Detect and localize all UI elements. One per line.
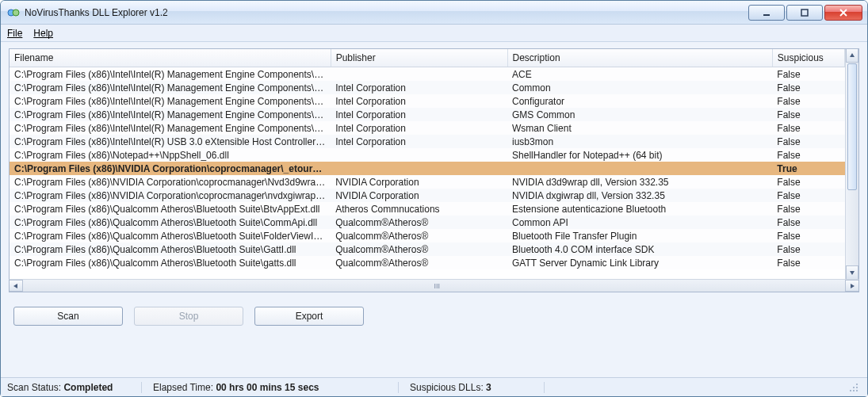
table-row[interactable]: C:\Program Files (x86)\Qualcomm Atheros\…: [10, 242, 845, 256]
column-headers: Filename Publisher Description Suspiciou…: [10, 49, 845, 67]
cell-filename: C:\Program Files (x86)\Qualcomm Atheros\…: [10, 216, 331, 229]
cell-description: GMS Common: [507, 108, 772, 121]
cell-description: Estensione autenticazione Bluetooth: [507, 202, 772, 216]
cell-description: Wsman Client: [507, 121, 772, 135]
cell-filename: C:\Program Files (x86)\NVIDIA Corporatio…: [10, 175, 331, 189]
table-row[interactable]: C:\Program Files (x86)\Intel\Intel(R) Ma…: [10, 67, 845, 82]
status-suspicious: Suspicious DLLs: 3: [410, 382, 545, 393]
table-row[interactable]: C:\Program Files (x86)\Qualcomm Atheros\…: [10, 202, 845, 216]
menu-file[interactable]: File: [7, 28, 22, 39]
cell-description: Bluetooth 4.0 COM interface SDK: [507, 242, 772, 256]
statusbar: Scan Status: Completed Elapsed Time: 00 …: [1, 377, 867, 396]
cell-publisher: Intel Corporation: [331, 81, 507, 94]
minimize-button[interactable]: [748, 5, 785, 21]
table-row[interactable]: C:\Program Files (x86)\Notepad++\NppShel…: [10, 148, 845, 162]
cell-publisher: Intel Corporation: [331, 135, 507, 148]
cell-description: ShellHandler for Notepad++ (64 bit): [507, 148, 772, 162]
cell-description: GATT Server Dynamic Link Library: [507, 256, 772, 269]
cell-filename: C:\Program Files (x86)\Notepad++\NppShel…: [10, 148, 331, 162]
status-suspicious-label: Suspicious DLLs:: [410, 382, 484, 393]
cell-publisher: Qualcomm®Atheros®: [331, 242, 507, 256]
table-row[interactable]: C:\Program Files (x86)\NVIDIA Corporatio…: [10, 189, 845, 202]
svg-rect-3: [801, 10, 808, 16]
table-row[interactable]: C:\Program Files (x86)\Qualcomm Atheros\…: [10, 256, 845, 269]
export-button[interactable]: Export: [254, 307, 364, 326]
cell-filename: C:\Program Files (x86)\Qualcomm Atheros\…: [10, 256, 331, 269]
status-scan: Scan Status: Completed: [7, 382, 142, 393]
cell-suspicious: False: [772, 148, 844, 162]
svg-rect-9: [856, 390, 858, 391]
window-controls: [747, 5, 862, 21]
cell-publisher: NVIDIA Corporation: [331, 189, 507, 202]
app-window: NoVirusThanks DLL Explorer v1.2 File Hel…: [0, 0, 868, 397]
table-row[interactable]: C:\Program Files (x86)\Qualcomm Atheros\…: [10, 229, 845, 242]
status-suspicious-value: 3: [486, 382, 491, 393]
cell-suspicious: False: [772, 135, 844, 148]
scan-button[interactable]: Scan: [13, 307, 123, 326]
close-button[interactable]: [824, 5, 862, 21]
action-buttons: Scan Stop Export: [9, 292, 859, 324]
table-row[interactable]: C:\Program Files (x86)\Intel\Intel(R) Ma…: [10, 108, 845, 121]
table-row[interactable]: C:\Program Files (x86)\NVIDIA Corporatio…: [10, 162, 845, 175]
svg-rect-7: [850, 390, 851, 391]
table-row[interactable]: C:\Program Files (x86)\Intel\Intel(R) US…: [10, 135, 845, 148]
stop-button[interactable]: Stop: [134, 307, 243, 326]
cell-description: NVIDIA d3d9wrap dll, Version 332.35: [507, 175, 772, 189]
col-publisher[interactable]: Publisher: [331, 49, 507, 67]
cell-suspicious: False: [772, 229, 844, 242]
cell-publisher: Intel Corporation: [331, 121, 507, 135]
cell-filename: C:\Program Files (x86)\Intel\Intel(R) Ma…: [10, 108, 331, 121]
cell-description: Common API: [507, 216, 772, 229]
scroll-right-button[interactable]: [845, 280, 858, 292]
status-elapsed-label: Elapsed Time:: [153, 382, 213, 393]
cell-description: iusb3mon: [507, 135, 772, 148]
col-suspicious[interactable]: Suspicious: [772, 49, 844, 67]
table-row[interactable]: C:\Program Files (x86)\Qualcomm Atheros\…: [10, 216, 845, 229]
cell-suspicious: False: [772, 242, 844, 256]
table-row[interactable]: C:\Program Files (x86)\NVIDIA Corporatio…: [10, 175, 845, 189]
status-elapsed: Elapsed Time: 00 hrs 00 mins 15 secs: [153, 382, 399, 393]
cell-suspicious: True: [772, 162, 844, 175]
cell-filename: C:\Program Files (x86)\Qualcomm Atheros\…: [10, 202, 331, 216]
status-scan-label: Scan Status:: [7, 382, 61, 393]
cell-description: Bluetooth File Transfer Plugin: [507, 229, 772, 242]
cell-filename: C:\Program Files (x86)\NVIDIA Corporatio…: [10, 189, 331, 202]
dll-list-viewport[interactable]: Filename Publisher Description Suspiciou…: [10, 49, 845, 279]
col-filename[interactable]: Filename: [10, 49, 331, 67]
horizontal-scrollbar[interactable]: III: [9, 279, 859, 292]
menu-help[interactable]: Help: [33, 28, 53, 39]
table-row[interactable]: C:\Program Files (x86)\Intel\Intel(R) Ma…: [10, 81, 845, 94]
cell-publisher: Intel Corporation: [331, 94, 507, 108]
svg-rect-6: [856, 387, 858, 388]
scroll-up-button[interactable]: [846, 49, 858, 63]
cell-publisher: Qualcomm®Atheros®: [331, 216, 507, 229]
menubar: File Help: [1, 25, 867, 42]
col-description[interactable]: Description: [507, 49, 772, 67]
scroll-down-button[interactable]: [846, 265, 858, 279]
cell-suspicious: False: [772, 216, 844, 229]
svg-rect-8: [853, 390, 855, 391]
resize-grip-icon[interactable]: [850, 384, 861, 395]
cell-suspicious: False: [772, 256, 844, 269]
cell-suspicious: False: [772, 202, 844, 216]
scroll-thumb[interactable]: [847, 63, 857, 190]
cell-suspicious: False: [772, 121, 844, 135]
dll-list: Filename Publisher Description Suspiciou…: [9, 48, 859, 280]
cell-publisher: Qualcomm®Atheros®: [331, 256, 507, 269]
cell-filename: C:\Program Files (x86)\Intel\Intel(R) US…: [10, 135, 331, 148]
table-row[interactable]: C:\Program Files (x86)\Intel\Intel(R) Ma…: [10, 121, 845, 135]
scroll-left-button[interactable]: [10, 280, 23, 292]
cell-description: NVIDIA dxgiwrap dll, Version 332.35: [507, 189, 772, 202]
cell-description: Common: [507, 81, 772, 94]
cell-suspicious: False: [772, 94, 844, 108]
titlebar[interactable]: NoVirusThanks DLL Explorer v1.2: [1, 1, 867, 25]
maximize-button[interactable]: [786, 5, 823, 21]
cell-suspicious: False: [772, 67, 844, 82]
window-title: NoVirusThanks DLL Explorer v1.2: [25, 7, 168, 18]
cell-filename: C:\Program Files (x86)\Intel\Intel(R) Ma…: [10, 81, 331, 94]
cell-description: [507, 162, 772, 175]
cell-filename: C:\Program Files (x86)\Intel\Intel(R) Ma…: [10, 121, 331, 135]
vertical-scrollbar[interactable]: [845, 49, 858, 279]
table-row[interactable]: C:\Program Files (x86)\Intel\Intel(R) Ma…: [10, 94, 845, 108]
cell-publisher: [331, 162, 507, 175]
